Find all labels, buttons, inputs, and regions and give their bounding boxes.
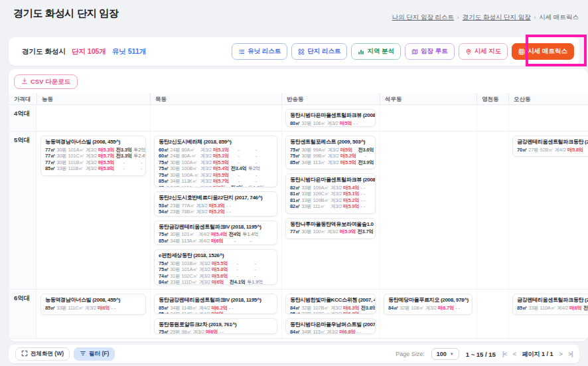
breadcrumb-link[interactable]: 나의 단지 임장 리스트 [392, 13, 454, 22]
unit-type: 101㎡ [182, 232, 197, 238]
unit-structure: 계3/2 [328, 147, 339, 153]
unit-structure: 계3/2 [199, 274, 210, 280]
complex-card[interactable]: 금강펜테리움센트럴파크동탄 (2016, 885㎡33평110A㎡계4/2매6억… [512, 294, 588, 315]
price-matrix-button[interactable]: 시세 매트릭스 [512, 43, 574, 60]
complex-card[interactable]: 동탄나루마을동탄역유보라여울숲1.0 (2007, 568^)77㎡30평100… [285, 218, 376, 239]
download-icon [21, 78, 28, 86]
fullscreen-icon [21, 350, 28, 358]
unit-type: 101C㎡ [68, 153, 84, 159]
route-button[interactable]: 임장 루트 [405, 43, 455, 60]
pagination: |< < 페이지 1 / 1 > >| [502, 350, 573, 359]
complex-card[interactable]: e편한세상동탄 (2018, 1526^)75㎡30평101B㎡계3/2매5.5… [154, 249, 277, 285]
csv-download-button[interactable]: CSV 다운로드 [14, 74, 78, 89]
complex-card[interactable]: 능동역경남아너스빌 (2008, 455^)77㎡30평101A㎡계3/2매5.… [40, 136, 146, 176]
complex-card-title: 능동역경남아너스빌 (2008, 455^) [45, 139, 141, 146]
unit-type: 107C㎡ [313, 312, 329, 314]
unit-structure: 계3/2 [86, 153, 97, 159]
unit-structure: 계3/2 [86, 160, 97, 166]
unit-type: 102C㎡ [182, 274, 198, 280]
unit-area: 85㎡ [159, 312, 169, 314]
unit-pyeong: 30평 [170, 173, 180, 179]
breadcrumb-link[interactable]: 경기도 화성시 단지 임장 [463, 13, 531, 22]
unit-type: 111B㎡ [68, 166, 84, 172]
complex-card[interactable]: 동탄예당마을푸르지오 (2008, 978^)84㎡32평108㎡계3/2매6.… [384, 294, 473, 315]
complex-card[interactable]: 동탄시범다은마을센트럴파크뷰 (2008, 438^)80㎡32평106㎡계3/… [285, 109, 376, 127]
matrix-cell: 동탄시범한빛마을KCC스위첸 (2007, 484^)84㎡32평107B㎡계3… [281, 290, 380, 338]
jeonse-price: 전3.6억 [358, 147, 374, 153]
unit-structure: 계4/2 [555, 147, 566, 153]
jeonse-price: 전3.3억 [116, 147, 132, 153]
price-tier-row: 5억대능동역경남아너스빌 (2008, 455^)77㎡30평101A㎡계3/2… [9, 132, 588, 290]
unit-area: 75㎡ [159, 329, 169, 334]
sale-price: 매6.8억 [343, 312, 359, 314]
area-analysis-button[interactable]: 지역 분석 [351, 43, 401, 60]
price-tier-column-header: 가격대 [9, 93, 37, 104]
sale-price: 매5.8억 [212, 267, 228, 273]
first-page-button[interactable]: |< [502, 351, 507, 357]
sale-price: 매5.3억 [209, 203, 225, 209]
unit-structure: 계3/2 [328, 160, 339, 166]
fullscreen-label: 전체화면 (W) [31, 350, 64, 358]
complex-card[interactable]: 동탄동원로얄듀크2차 (2019, 761^)75㎡29평98㎡계3/2매6억-… [154, 318, 277, 334]
complex-card[interactable]: 동탄시범다은마을센트럴파크뷰 (2008, 438^)82㎡33평109A㎡계3… [285, 173, 376, 214]
matrix-header-row: 가격대능동목동반송동석우동영천동오산동 [9, 93, 588, 105]
complex-card[interactable]: 동탄시범한빛마을KCC스위첸 (2007, 484^)84㎡32평107B㎡계3… [285, 294, 376, 314]
unit-structure: 계3/2 [331, 306, 342, 312]
unit-area: 60㎡ [159, 147, 169, 153]
sale-price: 매5.1억 [213, 153, 229, 159]
page-size-select[interactable]: 100 ▼ [431, 348, 459, 360]
complex-card[interactable]: 동탄금강펜테리움센트럴파크IV (2018, 1195^)75㎡30평101㎡계… [154, 221, 277, 245]
jeonse-price: 전4.1억 [230, 280, 246, 285]
prev-page-button[interactable]: < [513, 351, 516, 357]
sale-price: 매5억 [340, 147, 356, 153]
unit-list-button[interactable]: 유닛 리스트 [232, 43, 287, 60]
complex-card[interactable]: 동탄센트럴포레스트 (2009, 503^)75㎡30평99A㎡계3/2매5억전… [285, 136, 376, 169]
unit-type: 80A-㎡ [182, 153, 199, 159]
unit-area: 75㎡ [159, 232, 169, 238]
price-map-button[interactable]: 시세 지도 [459, 43, 508, 60]
page-size-label: Page Size: [396, 351, 425, 357]
complex-count: 단지 105개 [72, 47, 106, 56]
fullscreen-button[interactable]: 전체화면 (W) [15, 347, 70, 361]
last-page-button[interactable]: >| [568, 351, 573, 357]
complex-list-button[interactable]: 단지 리스트 [291, 43, 347, 60]
complex-card[interactable]: 능동역경남아너스빌 (2008, 455^)85㎡33평111C㎡계3/2매6억… [40, 294, 146, 315]
gap-price: - [356, 121, 358, 127]
unit-pyeong: 34평 [170, 185, 180, 188]
district-column-header: 목동 [150, 93, 281, 104]
complex-card[interactable]: 동탄2신도시호반베르디움22단지 (2017, 746^)53㎡23평77A㎡계… [154, 191, 277, 216]
next-page-button[interactable]: > [559, 351, 562, 357]
unit-pyeong: 32평 [301, 121, 311, 127]
complex-card[interactable]: 동탄금강펜테리움센트럴파크IV (2018, 1195^)85㎡34평114B㎡… [154, 294, 277, 314]
toolbar-button-label: 지역 분석 [367, 47, 394, 56]
matrix-cell: 능동역경남아너스빌 (2008, 455^)85㎡33평111C㎡계3/2매6억… [37, 290, 150, 338]
unit-rows: 77㎡30평101A㎡계3/2매5.3억전3.3억투2억77㎡30평101C㎡계… [45, 147, 141, 172]
unit-rows: 75㎡30평99A㎡계3/2매5억전3.6억투1.4억75㎡30평99B㎡계3/… [290, 147, 371, 166]
region-stats: 경기도 화성시 단지 105개 유닛 511개 [22, 47, 146, 56]
footer-bar: 전체화면 (W) 필터 (F) Page Size: 100 ▼ 1 ~ 15 … [9, 345, 579, 363]
unit-pyeong: 30평 [56, 147, 66, 153]
unit-pyeong: 23평 [170, 209, 180, 215]
complex-card-title: 금강펜테리움센트럴파크동탄 (2016, 8 [517, 297, 588, 304]
complex-card[interactable]: 동탄시범다은마을우남퍼스트빌 (2007, 610^)84㎡34평115㎡계3/… [285, 318, 376, 334]
gap-price: - [229, 209, 230, 215]
jeonse-price: - [361, 198, 362, 204]
unit-pyeong: 33평 [170, 280, 180, 285]
filter-button[interactable]: 필터 (F) [74, 347, 115, 361]
jeonse-price: - [230, 274, 246, 280]
unit-area: 74㎡ [159, 274, 169, 280]
unit-type: 110A㎡ [540, 306, 555, 312]
unit-type: 113A㎡ [182, 238, 197, 244]
breadcrumb-separator: › [534, 15, 536, 21]
unit-type: 99A㎡ [313, 147, 327, 153]
unit-structure: 계4/2 [198, 306, 210, 312]
price-tier-row: 4억대동탄시범다은마을센트럴파크뷰 (2008, 438^)80㎡32평106㎡… [9, 105, 588, 132]
complex-card[interactable]: 동탄2신도시베라체 (2018, 859^)60㎡24평80A㎡계3/2매5.1… [154, 136, 277, 187]
complex-card-title: 동탄동원로얄듀크2차 (2019, 761^) [159, 321, 273, 329]
unit-structure: 계3/2 [196, 209, 208, 215]
unit-type: 80A㎡ [182, 147, 199, 153]
matrix-table-card: CSV 다운로드 가격대능동목동반송동석우동영천동오산동 4억대동탄시범다은마을… [9, 69, 588, 341]
complex-card[interactable]: 금강펜테리움센트럴파크동탄 (2016, 870㎡27평92B㎡계4/2매5.8… [512, 136, 588, 157]
unit-pyeong: 34평 [170, 312, 180, 314]
matrix-cell: 동탄예당마을푸르지오 (2008, 978^)84㎡32평108㎡계3/2매6.… [380, 290, 477, 338]
